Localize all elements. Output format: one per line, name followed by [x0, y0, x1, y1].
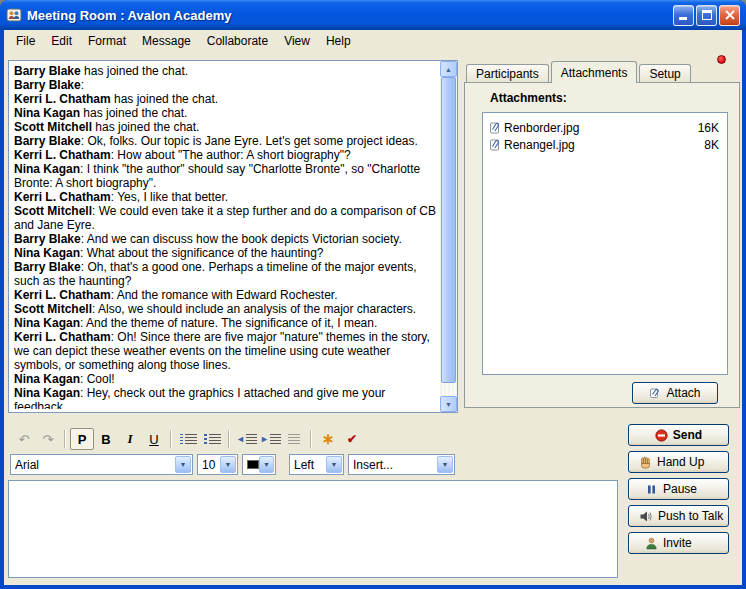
chat-message: Kerri L. Chatham has joined the chat.	[14, 92, 436, 106]
scroll-up-icon[interactable]: ▲	[440, 61, 457, 77]
menu-item[interactable]: File	[8, 31, 43, 51]
chat-text: has joined the chat.	[80, 106, 187, 120]
scroll-down-icon[interactable]: ▼	[440, 396, 457, 412]
chat-text: has joined the chat.	[92, 120, 199, 134]
message-input[interactable]	[9, 481, 617, 577]
chat-text: has joined the chat.	[81, 64, 188, 78]
increase-indent-button[interactable]: ►	[258, 428, 282, 450]
paragraph-style-button[interactable]: P	[70, 428, 94, 450]
numbered-list-button[interactable]	[176, 428, 200, 450]
insert-symbol-button[interactable]: ∗	[316, 428, 340, 450]
speaker-icon	[639, 510, 653, 523]
attach-button[interactable]: Attach	[632, 382, 718, 404]
alignment-select[interactable]: Left ▼	[289, 454, 344, 475]
chat-sender: Kerri L. Chatham	[14, 330, 111, 344]
menu-item[interactable]: Collaborate	[199, 31, 276, 51]
chat-text: : Cool!	[80, 372, 115, 386]
panel-tab[interactable]: Participants	[466, 64, 549, 82]
chat-sender: Nina Kagan	[14, 386, 80, 400]
chat-sender: Kerri L. Chatham	[14, 148, 111, 162]
decrease-indent-button[interactable]: ◄	[234, 428, 258, 450]
toolbar-separator	[310, 430, 312, 448]
redo-button[interactable]: ↷	[36, 428, 60, 450]
push-to-talk-button[interactable]: Push to Talk	[628, 505, 729, 527]
bulleted-list-button[interactable]	[200, 428, 224, 450]
font-family-value: Arial	[15, 458, 39, 472]
pause-button[interactable]: Pause	[628, 478, 729, 500]
window-title: Meeting Room : Avalon Academy	[27, 8, 671, 23]
undo-button[interactable]: ↶	[12, 428, 36, 450]
chat-message: Nina Kagan has joined the chat.	[14, 106, 436, 120]
minimize-button[interactable]	[673, 5, 694, 26]
menu-item[interactable]: Format	[80, 31, 134, 51]
chevron-down-icon[interactable]: ▼	[326, 456, 342, 473]
chat-message: Scott Mitchell: We could even take it a …	[14, 204, 436, 232]
increase-indent-icon: ►	[260, 435, 269, 444]
chat-text: : Yes, I like that better.	[111, 190, 228, 204]
chat-sender: Nina Kagan	[14, 106, 80, 120]
chat-sender: Barry Blake	[14, 64, 81, 78]
bulleted-list-icon	[204, 434, 207, 444]
chevron-down-icon[interactable]: ▼	[220, 456, 236, 473]
menu-item[interactable]: Help	[318, 31, 359, 51]
attachments-panel: Attachments: Renborder.jpg 16K Renangel.…	[464, 82, 740, 408]
insert-select[interactable]: Insert... ▼	[348, 454, 455, 475]
italic-button[interactable]: I	[118, 428, 142, 450]
chat-message: Barry Blake has joined the chat.	[14, 64, 436, 78]
font-size-value: 10	[202, 458, 215, 472]
scroll-thumb[interactable]	[441, 77, 456, 383]
app-icon[interactable]	[6, 7, 22, 23]
text-direction-button[interactable]	[282, 428, 306, 450]
chat-message: Barry Blake: Ok, folks. Our topic is Jan…	[14, 134, 436, 148]
chat-message: Kerri L. Chatham: Oh! Since there are fi…	[14, 330, 436, 372]
chat-text: : Also, we should include an analysis of…	[92, 302, 416, 316]
chevron-down-icon[interactable]: ▼	[259, 456, 274, 473]
invite-button[interactable]: Invite	[628, 532, 729, 554]
alignment-value: Left	[294, 458, 314, 472]
toolbar-separator	[170, 430, 172, 448]
menu-item[interactable]: Message	[134, 31, 199, 51]
maximize-button[interactable]	[696, 5, 717, 26]
chat-sender: Kerri L. Chatham	[14, 190, 111, 204]
attachment-size: 16K	[698, 121, 719, 135]
send-icon	[655, 429, 668, 442]
push-to-talk-button-label: Push to Talk	[658, 509, 723, 523]
chat-sender: Barry Blake	[14, 260, 81, 274]
attachment-name: Renborder.jpg	[504, 121, 579, 135]
chat-sender: Barry Blake	[14, 232, 81, 246]
bold-button[interactable]: B	[94, 428, 118, 450]
chat-message: Kerri L. Chatham: And the romance with E…	[14, 288, 436, 302]
toolbar-separator	[228, 430, 230, 448]
menu-item[interactable]: View	[276, 31, 318, 51]
spell-check-button[interactable]: ✔	[340, 428, 364, 450]
chevron-down-icon[interactable]: ▼	[175, 456, 191, 473]
attachment-row[interactable]: Renangel.jpg 8K	[483, 136, 727, 153]
chat-messages: Barry Blake has joined the chat. Barry B…	[14, 64, 436, 409]
paperclip-icon	[649, 387, 661, 399]
hand-up-button[interactable]: Hand Up	[628, 451, 729, 473]
attachments-list[interactable]: Renborder.jpg 16K Renangel.jpg 8K	[482, 112, 728, 375]
titlebar: Meeting Room : Avalon Academy	[0, 0, 746, 30]
font-size-select[interactable]: 10 ▼	[197, 454, 238, 475]
chevron-down-icon[interactable]: ▼	[437, 456, 453, 473]
chat-sender: Barry Blake	[14, 78, 81, 92]
send-button[interactable]: Send	[628, 424, 729, 446]
menu-item[interactable]: Edit	[43, 31, 80, 51]
chat-scrollbar[interactable]: ▲ ▼	[440, 61, 457, 412]
numbered-list-icon	[180, 434, 183, 444]
close-button[interactable]	[719, 5, 740, 26]
message-input-box	[8, 480, 618, 578]
spell-check-icon: ✔	[347, 432, 357, 446]
panel-tab[interactable]: Setup	[639, 64, 690, 82]
chat-text: : What about the significance of the hau…	[80, 246, 324, 260]
font-color-select[interactable]: ▼	[242, 454, 276, 475]
chat-sender: Nina Kagan	[14, 372, 80, 386]
format-toolbar: ↶ ↷ P B I U ◄ ► ∗ ✔	[8, 426, 364, 452]
font-family-select[interactable]: Arial ▼	[10, 454, 193, 475]
underline-button[interactable]: U	[142, 428, 166, 450]
pause-button-label: Pause	[663, 482, 697, 496]
panel-tabs: Participants Attachments Setup	[466, 61, 693, 82]
attachment-row[interactable]: Renborder.jpg 16K	[483, 119, 727, 136]
panel-tab[interactable]: Attachments	[551, 61, 638, 83]
status-indicator-dot	[717, 55, 726, 64]
